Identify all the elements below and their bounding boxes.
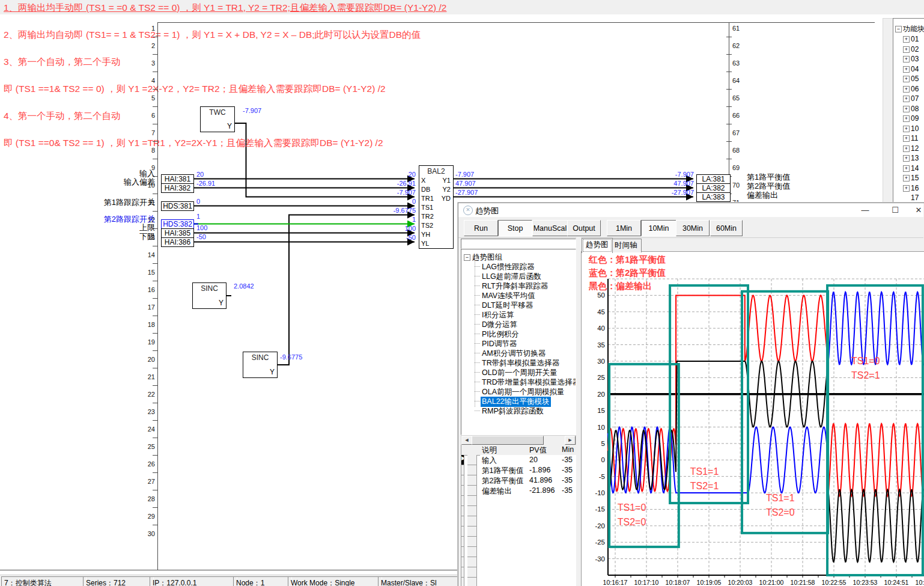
io-box-HAI-381[interactable]: HAI:381 xyxy=(161,174,194,184)
minimize-button[interactable]: — xyxy=(856,204,874,216)
table-row[interactable] xyxy=(461,537,579,547)
scroll-left-arrow-icon[interactable]: ◄ xyxy=(461,436,472,445)
trend-tree-item[interactable]: PI比例积分 xyxy=(481,329,520,340)
trend-group-tree[interactable]: −趋势图组LAG惯性跟踪器LLG超前滞后函数RLT升降斜率跟踪器MAV连续平均值… xyxy=(461,249,576,435)
expand-icon[interactable]: + xyxy=(903,96,910,102)
trend-tree-item[interactable]: D微分运算 xyxy=(481,320,518,330)
fb-tree-item-15[interactable]: +15 xyxy=(903,174,919,182)
table-row[interactable] xyxy=(461,526,579,537)
toolbar-button-60min[interactable]: 60Min xyxy=(710,220,743,236)
io-box-LA-381[interactable]: LA:381 xyxy=(696,174,731,184)
fb-tree-item-09[interactable]: +09 xyxy=(903,114,919,123)
collapse-icon[interactable]: − xyxy=(464,254,470,261)
table-row[interactable] xyxy=(461,506,579,516)
fb-tree-item-10[interactable]: +10 xyxy=(903,124,919,133)
io-box-LA-382[interactable]: LA:382 xyxy=(696,183,731,193)
toolbar-button-30min[interactable]: 30Min xyxy=(676,220,710,236)
fb-tree-item-04[interactable]: +04 xyxy=(903,65,919,73)
fb-tree-item-16[interactable]: +16 xyxy=(903,184,919,192)
io-box-LA-383[interactable]: LA:383 xyxy=(696,192,731,202)
expand-icon[interactable]: + xyxy=(903,175,910,182)
toolbar-button-output[interactable]: Output xyxy=(567,220,601,236)
toolbar-button-10min[interactable]: 10Min xyxy=(641,220,676,236)
block-sinc1[interactable]: SINCY xyxy=(192,282,226,309)
toolbar-button-run[interactable]: Run xyxy=(464,220,498,236)
io-box-HDS-382[interactable]: HDS:382 xyxy=(161,219,194,229)
toolbar-button-stop[interactable]: Stop xyxy=(498,220,532,236)
expand-icon[interactable]: + xyxy=(903,86,910,93)
trend-tree-item[interactable]: RMP斜波跟踪函数 xyxy=(481,406,545,417)
table-row[interactable] xyxy=(461,578,579,586)
close-button[interactable]: ✕ xyxy=(913,204,924,216)
table-row[interactable]: 说明PV值Min xyxy=(461,445,579,455)
fb-tree-item-03[interactable]: +03 xyxy=(903,55,919,63)
collapse-icon[interactable]: − xyxy=(895,26,902,32)
table-row[interactable] xyxy=(461,567,579,578)
maximize-button[interactable]: ☐ xyxy=(886,204,904,216)
scrollbar-thumb[interactable] xyxy=(472,436,544,445)
table-row[interactable]: ▶输入20-35 xyxy=(461,455,579,465)
expand-icon[interactable]: + xyxy=(903,135,910,142)
scroll-right-arrow-icon[interactable]: ► xyxy=(565,436,576,445)
fb-tree-item-14[interactable]: +14 xyxy=(903,164,919,172)
expand-icon[interactable]: + xyxy=(903,155,910,162)
trend-tree-item[interactable]: AM积分调节切换器 xyxy=(481,349,547,359)
pane-splitter[interactable] xyxy=(576,237,581,586)
fb-tree-item-17[interactable]: 17 xyxy=(911,194,919,202)
fb-tree-item-12[interactable]: +12 xyxy=(903,144,919,153)
expand-icon[interactable]: + xyxy=(903,126,910,132)
trend-tree-item[interactable]: MAV连续平均值 xyxy=(481,291,536,301)
trend-tree-item[interactable]: LAG惯性跟踪器 xyxy=(481,262,536,272)
expand-icon[interactable]: + xyxy=(903,185,910,192)
trend-tree-item[interactable]: PID调节器 xyxy=(481,339,518,349)
trend-pv-table[interactable]: 说明PV值Min▶输入20-35第1路平衡值-1.896-35第2路平衡值41.… xyxy=(461,445,579,586)
io-box-HDS-381[interactable]: HDS:381 xyxy=(161,201,194,211)
fb-tree-item-08[interactable]: +08 xyxy=(903,105,919,113)
trend-tree-item[interactable]: I积分运算 xyxy=(481,310,515,320)
table-row[interactable]: 偏差输出-21.896-35 xyxy=(461,486,579,496)
trend-tree-root[interactable]: −趋势图组 xyxy=(464,252,502,263)
expand-icon[interactable]: + xyxy=(903,76,910,82)
tab-trend[interactable]: 趋势图 xyxy=(582,238,613,253)
tab-timeline[interactable]: 时间轴 xyxy=(610,239,642,252)
block-bal2[interactable]: BAL2XDBTR1TS1TR2TS2YHYLY1Y2YD xyxy=(419,165,454,249)
expand-icon[interactable]: + xyxy=(903,66,910,73)
block-twc[interactable]: TWCY xyxy=(200,106,235,132)
fb-tree-item-06[interactable]: +06 xyxy=(903,85,919,93)
fb-tree-root[interactable]: −功能块 xyxy=(895,24,924,34)
expand-icon[interactable]: + xyxy=(903,56,910,63)
trend-filter-field[interactable] xyxy=(461,239,576,249)
trend-tree-item[interactable]: TRD带增量斜率模拟量选择器 xyxy=(481,377,576,388)
fb-tree-item-07[interactable]: +07 xyxy=(903,94,919,103)
tree-horizontal-scrollbar[interactable]: ◄ ► xyxy=(461,435,576,445)
trend-tree-item[interactable]: LLG超前滞后函数 xyxy=(481,272,543,282)
toolbar-button-manuscal[interactable]: ManuScal xyxy=(532,220,568,236)
block-sinc2[interactable]: SINCY xyxy=(243,352,278,378)
expand-icon[interactable]: + xyxy=(903,106,910,112)
table-row[interactable]: 第2路平衡值41.896-35 xyxy=(461,475,579,486)
trend-tree-item[interactable]: TR带斜率模拟量选择器 xyxy=(481,358,561,368)
expand-icon[interactable]: + xyxy=(903,165,910,172)
io-box-HAI-382[interactable]: HAI:382 xyxy=(161,183,194,193)
trend-tree-item[interactable]: DLT延时平移器 xyxy=(481,301,534,311)
table-row[interactable] xyxy=(461,557,579,567)
trend-window[interactable]: ✕ 趋势图 — ☐ ✕ RunStopManuScalOutput1Min10M… xyxy=(458,203,924,586)
expand-icon[interactable]: + xyxy=(903,115,910,122)
io-box-HAI-386[interactable]: HAI:386 xyxy=(161,237,194,247)
table-row[interactable] xyxy=(461,516,579,526)
io-box-HAI-385[interactable]: HAI:385 xyxy=(161,228,194,238)
table-row[interactable]: 第1路平衡值-1.896-35 xyxy=(461,465,579,475)
trend-chart[interactable]: 50454035302520151050-5-10-15-20-25-3010:… xyxy=(581,251,924,586)
fb-tree-item-05[interactable]: +05 xyxy=(903,75,919,83)
trend-tree-item[interactable]: RLT升降斜率跟踪器 xyxy=(481,281,549,291)
fb-tree-item-11[interactable]: +11 xyxy=(903,134,918,142)
trend-titlebar[interactable]: ✕ 趋势图 — ☐ ✕ xyxy=(458,203,923,218)
expand-icon[interactable]: + xyxy=(903,145,910,152)
fb-tree-item-13[interactable]: +13 xyxy=(903,154,919,162)
expand-icon[interactable]: + xyxy=(903,36,910,43)
trend-tree-item[interactable]: OLA前期一个周期模拟量 xyxy=(481,387,566,397)
fb-tree-item-02[interactable]: +02 xyxy=(903,45,919,53)
expand-icon[interactable]: + xyxy=(903,46,910,53)
fb-tree-item-01[interactable]: +01 xyxy=(903,35,919,43)
trend-tree-item[interactable]: OLD前一个周期开关量 xyxy=(481,368,559,378)
